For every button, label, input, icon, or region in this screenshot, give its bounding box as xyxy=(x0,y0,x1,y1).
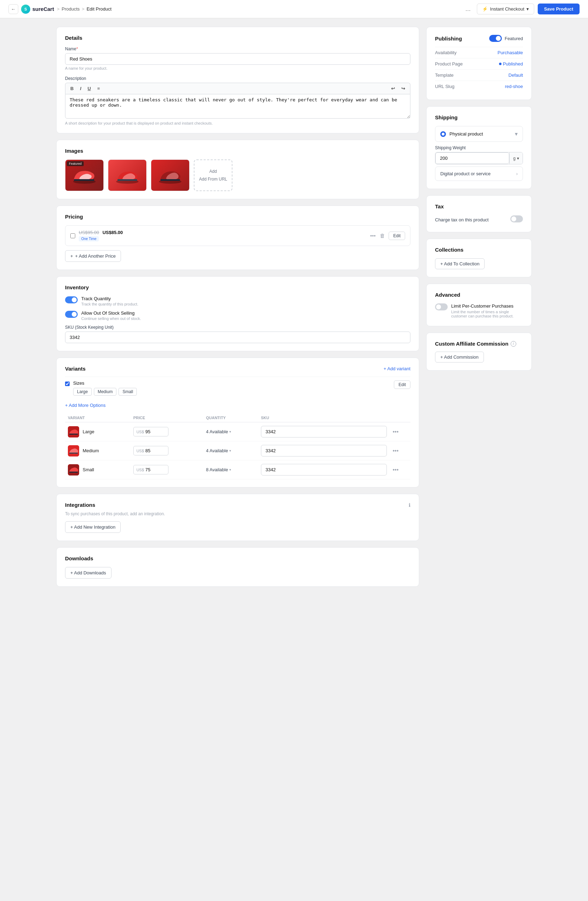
template-value[interactable]: Default xyxy=(509,73,523,78)
variants-card: Variants + Add variant Sizes Large Mediu… xyxy=(56,358,419,488)
description-input[interactable]: These red sneakers are a timeless classi… xyxy=(65,94,411,118)
description-toolbar: B I U ≡ ↩ ↪ xyxy=(65,83,411,94)
physical-product-option[interactable]: Physical product ▾ xyxy=(435,126,523,142)
back-button[interactable]: ← xyxy=(8,4,18,14)
limit-toggle[interactable] xyxy=(435,303,448,310)
add-more-options-button[interactable]: + Add More Options xyxy=(65,403,106,408)
price-field-3[interactable] xyxy=(145,467,163,472)
add-collection-button[interactable]: + Add To Collection xyxy=(435,258,485,269)
price-input-1: US$ xyxy=(133,427,168,436)
breadcrumb: > Products > Edit Product xyxy=(57,6,112,12)
add-price-button[interactable]: + + Add Another Price xyxy=(65,250,121,262)
variant-option-detail: Sizes Large Medium Small xyxy=(73,380,390,396)
size-large: Large xyxy=(73,388,92,396)
redo-button[interactable]: ↪ xyxy=(400,85,406,92)
tax-toggle-track xyxy=(510,215,523,223)
add-downloads-button[interactable]: + Add Downloads xyxy=(65,567,112,578)
price-field-1[interactable] xyxy=(145,429,163,434)
qty-3[interactable]: 8 Available ▾ xyxy=(206,467,255,472)
sku-field-2[interactable] xyxy=(261,445,387,457)
save-product-button[interactable]: Save Product xyxy=(538,3,580,14)
header-left: ← S sureCart > Products > Edit Product xyxy=(8,4,112,14)
variant-img-1 xyxy=(68,426,79,438)
variant-row-name-2: Medium xyxy=(82,448,99,453)
table-row: Small US$ 8 Available ▾ xyxy=(65,460,411,479)
allow-toggle[interactable] xyxy=(65,311,78,318)
details-title: Details xyxy=(65,35,411,41)
price-edit-button[interactable]: Edit xyxy=(389,232,405,240)
publishing-card: Publishing Featured Availability Purchas… xyxy=(426,27,532,100)
list-button[interactable]: ≡ xyxy=(96,85,101,92)
track-desc: Track the quantity of this product. xyxy=(81,302,138,306)
allow-oversell-row: Allow Out Of Stock Selling Continue sell… xyxy=(65,310,411,321)
row-more-1[interactable]: ••• xyxy=(392,429,398,435)
tax-toggle[interactable] xyxy=(510,215,523,223)
digital-label: Digital product or service xyxy=(440,171,491,176)
italic-button[interactable]: I xyxy=(78,85,82,92)
commission-info-icon[interactable]: i xyxy=(511,341,516,347)
track-label-group: Track Quantity Track the quantity of thi… xyxy=(81,296,138,306)
currency-2: US$ xyxy=(137,449,144,453)
allow-desc: Continue selling when out of stock. xyxy=(81,316,141,321)
image-item-3[interactable] xyxy=(151,159,190,191)
price-more-button[interactable]: ••• xyxy=(370,232,376,239)
track-toggle[interactable] xyxy=(65,296,78,303)
weight-label: Shipping Weight xyxy=(435,145,523,150)
featured-toggle[interactable] xyxy=(489,35,502,42)
digital-product-option[interactable]: Digital product or service › xyxy=(435,167,523,181)
price-sale: US$85.00 xyxy=(102,230,123,235)
variant-edit-button[interactable]: Edit xyxy=(394,380,411,389)
product-page-label: Product Page xyxy=(435,61,463,67)
more-options-button[interactable]: ... xyxy=(462,4,473,14)
add-variant-button[interactable]: + Add variant xyxy=(384,366,411,371)
product-page-value[interactable]: Published xyxy=(499,61,523,67)
featured-label: Featured xyxy=(505,36,523,41)
variant-name-cell-2: Medium xyxy=(68,445,128,457)
availability-value[interactable]: Purchasable xyxy=(498,50,523,55)
shoe-image-2 xyxy=(108,160,146,191)
row-more-3[interactable]: ••• xyxy=(392,467,398,473)
add-integration-button[interactable]: + Add New Integration xyxy=(65,521,121,533)
price-field-2[interactable] xyxy=(145,448,163,453)
col-variant: VARIANT xyxy=(65,413,131,422)
qty-1[interactable]: 4 Available ▾ xyxy=(206,429,255,434)
page-content: Details Name* A name for your product. D… xyxy=(48,18,540,595)
track-label: Track Quantity xyxy=(81,296,138,301)
variant-name-cell-1: Large xyxy=(68,426,128,438)
image-item-1[interactable]: Featured xyxy=(65,159,104,191)
sku-field-3[interactable] xyxy=(261,464,387,475)
breadcrumb-products[interactable]: Products xyxy=(62,6,79,12)
images-title: Images xyxy=(65,148,411,154)
published-dot xyxy=(499,62,501,65)
instant-checkout-button[interactable]: ⚡ Instant Checkout ▾ xyxy=(477,3,534,14)
price-badge: One Time xyxy=(79,236,99,242)
undo-button[interactable]: ↩ xyxy=(390,85,396,92)
svg-rect-5 xyxy=(160,179,180,181)
variant-check[interactable] xyxy=(65,382,70,386)
physical-label: Physical product xyxy=(450,131,511,137)
name-input[interactable] xyxy=(65,53,411,65)
underline-button[interactable]: U xyxy=(86,85,92,92)
weight-unit[interactable]: g ▾ xyxy=(509,153,523,164)
row-more-2[interactable]: ••• xyxy=(392,448,398,454)
pub-url-slug: URL Slug red-shoe xyxy=(435,81,523,92)
variants-header: Variants + Add variant xyxy=(65,366,411,372)
variant-img-2 xyxy=(68,445,79,457)
bold-button[interactable]: B xyxy=(69,85,75,92)
sidebar-column: Publishing Featured Availability Purchas… xyxy=(426,27,532,587)
qty-2[interactable]: 4 Available ▾ xyxy=(206,448,255,453)
image-item-2[interactable] xyxy=(108,159,147,191)
svg-rect-9 xyxy=(69,453,78,454)
weight-input[interactable] xyxy=(436,153,509,164)
logo-icon: S xyxy=(21,5,30,14)
price-delete-button[interactable]: 🗑 xyxy=(379,232,386,239)
add-commission-button[interactable]: + Add Commission xyxy=(435,352,484,363)
sku-field-1[interactable] xyxy=(261,426,387,438)
add-from-url[interactable]: Add From URL xyxy=(199,177,227,182)
physical-arrow: ▾ xyxy=(515,131,518,137)
add-image-box[interactable]: Add Add From URL xyxy=(194,159,232,191)
commission-title: Custom Affiliate Commission xyxy=(435,341,509,347)
sku-input[interactable] xyxy=(65,332,411,343)
url-slug-value[interactable]: red-shoe xyxy=(505,84,523,89)
price-checkbox[interactable] xyxy=(70,233,75,238)
